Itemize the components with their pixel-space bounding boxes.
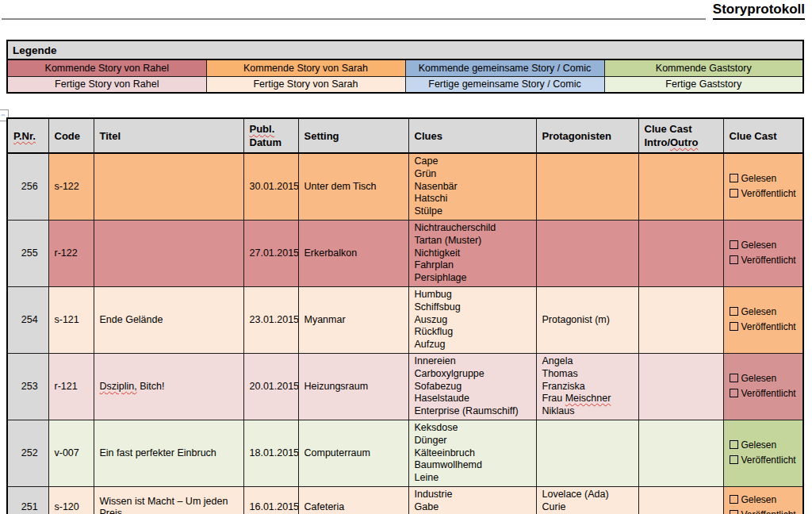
cell-setting[interactable]: Myanmar xyxy=(298,286,408,353)
cell-protagonisten[interactable] xyxy=(536,153,638,220)
cell-datum[interactable]: 23.01.2015 xyxy=(243,286,298,353)
cell-clue-cast[interactable]: Gelesen Veröffentlicht xyxy=(723,420,803,486)
cell-clues[interactable]: Innereien Carboxylgruppe Sofabezug Hasel… xyxy=(408,353,536,420)
cell-titel[interactable]: Ende Gelände xyxy=(94,286,243,353)
cell-code[interactable]: s-122 xyxy=(48,153,94,220)
cell-pnr[interactable]: 256 xyxy=(7,153,48,220)
cell-intro-outro[interactable] xyxy=(638,486,723,514)
cell-clues[interactable]: Humbug Schiffsbug Auszug Rückflug Aufzug xyxy=(408,286,536,353)
checkbox-veroeffentlicht[interactable] xyxy=(730,189,738,198)
cell-protagonisten[interactable] xyxy=(536,420,638,486)
cell-code[interactable]: s-120 xyxy=(48,486,94,514)
cell-pnr[interactable]: 252 xyxy=(7,420,48,486)
table-row-254: 254 s-121 Ende Gelände 23.01.2015 Myanma… xyxy=(7,286,803,353)
checkbox-gelesen[interactable] xyxy=(730,495,738,504)
checkbox-gelesen[interactable] xyxy=(730,240,738,249)
cell-clue-cast[interactable]: Gelesen Veröffentlicht xyxy=(723,153,803,220)
col-header-code[interactable]: Code xyxy=(48,118,94,153)
cell-clue-cast[interactable]: Gelesen Veröffentlicht xyxy=(723,220,803,286)
col-header-pnr[interactable]: P.Nr. xyxy=(7,118,48,153)
legend-item-fertige-rahel[interactable]: Fertige Story von Rahel xyxy=(7,76,206,93)
cell-clue-cast[interactable]: Gelesen Veröffentlicht xyxy=(723,353,803,420)
cell-clues[interactable]: Industrie Gabe Blumenkleid xyxy=(408,486,536,514)
cell-titel[interactable]: Wissen ist Macht – Um jeden Preis xyxy=(94,486,243,514)
legend-title: Legende xyxy=(13,44,57,56)
legend-finished-row: Fertige Story von Rahel Fertige Story vo… xyxy=(7,76,803,93)
cell-protagonisten[interactable]: Angela Thomas Franziska Frau Meischner N… xyxy=(536,353,638,420)
col-header-clue-cast[interactable]: Clue Cast xyxy=(723,118,803,153)
legend-item-fertige-sarah[interactable]: Fertige Story von Sarah xyxy=(206,76,405,93)
checkbox-veroeffentlicht[interactable] xyxy=(730,389,738,397)
col-header-clues[interactable]: Clues xyxy=(408,118,536,153)
cell-titel[interactable] xyxy=(94,220,243,286)
cell-setting[interactable]: Erkerbalkon xyxy=(298,220,408,286)
cell-clue-cast[interactable]: Gelesen Veröffentlicht xyxy=(723,286,803,353)
cell-titel[interactable]: Ein fast perfekter Einbruch xyxy=(94,420,243,486)
cell-intro-outro[interactable] xyxy=(638,153,723,220)
checkbox-veroeffentlicht[interactable] xyxy=(730,455,738,464)
cell-setting[interactable]: Computerraum xyxy=(298,420,408,486)
header-rule xyxy=(2,18,706,20)
cell-titel[interactable] xyxy=(94,153,243,220)
cell-intro-outro[interactable] xyxy=(638,420,723,486)
cell-setting[interactable]: Heizungsraum xyxy=(298,353,408,420)
cell-clue-cast[interactable]: Gelesen Veröffentlicht xyxy=(723,486,803,514)
table-row-255: 255 r-122 27.01.2015 Erkerbalkon Nichtra… xyxy=(7,220,803,286)
cell-clues[interactable]: Cape Grün Nasenbär Hatschi Stülpe xyxy=(408,153,536,220)
col-header-publ-datum[interactable]: Publ. Datum xyxy=(243,118,298,153)
legend-item-kommende-gast[interactable]: Kommende Gaststory xyxy=(604,59,803,76)
cell-clues[interactable]: Nichtraucherschild Tartan (Muster) Nicht… xyxy=(408,220,536,286)
cell-datum[interactable]: 18.01.2015 xyxy=(243,420,298,486)
table-row-251: 251 s-120 Wissen ist Macht – Um jeden Pr… xyxy=(7,486,803,514)
col-header-protagonisten[interactable]: Protagonisten xyxy=(536,118,638,153)
col-header-titel[interactable]: Titel xyxy=(94,118,243,153)
table-row-256: 256 s-122 30.01.2015 Unter dem Tisch Cap… xyxy=(7,153,803,220)
cell-intro-outro[interactable] xyxy=(638,353,723,420)
cell-code[interactable]: r-121 xyxy=(48,353,94,420)
legend-title-cell[interactable]: Legende xyxy=(7,40,803,59)
checkbox-gelesen[interactable] xyxy=(730,307,738,316)
cell-datum[interactable]: 27.01.2015 xyxy=(243,220,298,286)
cell-pnr[interactable]: 251 xyxy=(7,486,48,514)
checkbox-veroeffentlicht[interactable] xyxy=(730,322,738,331)
cell-titel[interactable]: Dsziplin, Bitch! xyxy=(94,353,243,420)
cell-datum[interactable]: 30.01.2015 xyxy=(243,153,298,220)
cell-protagonisten[interactable]: Protagonist (m) xyxy=(536,286,638,353)
legend-item-fertige-gemeinsame[interactable]: Fertige gemeinsame Story / Comic xyxy=(405,76,604,93)
cell-intro-outro[interactable] xyxy=(638,220,723,286)
cell-code[interactable]: v-007 xyxy=(48,420,94,486)
cell-setting[interactable]: Unter dem Tisch xyxy=(298,153,408,220)
legend-item-kommende-rahel[interactable]: Kommende Story von Rahel xyxy=(7,59,206,76)
legend-item-fertige-gast[interactable]: Fertige Gaststory xyxy=(604,76,803,93)
cell-setting[interactable]: Cafeteria xyxy=(298,486,408,514)
legend-upcoming-row: Kommende Story von Rahel Kommende Story … xyxy=(7,59,803,76)
cell-clues[interactable]: Keksdose Dünger Kälteeinbruch Baumwollhe… xyxy=(408,420,536,486)
cell-protagonisten[interactable] xyxy=(536,220,638,286)
checkbox-gelesen[interactable] xyxy=(730,440,738,449)
checkbox-gelesen[interactable] xyxy=(730,374,738,382)
legend-item-kommende-gemeinsame[interactable]: Kommende gemeinsame Story / Comic xyxy=(405,59,604,76)
checkbox-gelesen[interactable] xyxy=(730,174,738,182)
cell-protagonisten[interactable]: Lovelace (Ada) Curie Galileo (erwähnt) xyxy=(536,486,638,514)
story-header-row: P.Nr. Code Titel Publ. Datum Setting Clu… xyxy=(7,118,803,153)
cell-pnr[interactable]: 254 xyxy=(7,286,48,353)
page-title: Storyprotokoll xyxy=(713,1,805,20)
checkbox-veroeffentlicht[interactable] xyxy=(730,510,738,514)
legend-table: Legende Kommende Story von Rahel Kommend… xyxy=(6,40,804,94)
checkbox-veroeffentlicht[interactable] xyxy=(730,255,738,264)
col-header-clue-cast-intro-outro[interactable]: Clue Cast Intro/Outro xyxy=(638,118,723,153)
cell-code[interactable]: s-121 xyxy=(48,286,94,353)
legend-title-row: Legende xyxy=(7,40,803,59)
cell-pnr[interactable]: 255 xyxy=(7,220,48,286)
table-row-253: 253 r-121 Dsziplin, Bitch! 20.01.2015 He… xyxy=(7,353,803,420)
story-table: P.Nr. Code Titel Publ. Datum Setting Clu… xyxy=(6,117,804,514)
table-row-252: 252 v-007 Ein fast perfekter Einbruch 18… xyxy=(7,420,803,486)
cell-datum[interactable]: 20.01.2015 xyxy=(243,353,298,420)
col-header-setting[interactable]: Setting xyxy=(298,118,408,153)
cell-datum[interactable]: 16.01.2015 xyxy=(243,486,298,514)
cell-pnr[interactable]: 253 xyxy=(7,353,48,420)
legend-item-kommende-sarah[interactable]: Kommende Story von Sarah xyxy=(206,59,405,76)
cell-intro-outro[interactable] xyxy=(638,286,723,353)
cell-code[interactable]: r-122 xyxy=(48,220,94,286)
